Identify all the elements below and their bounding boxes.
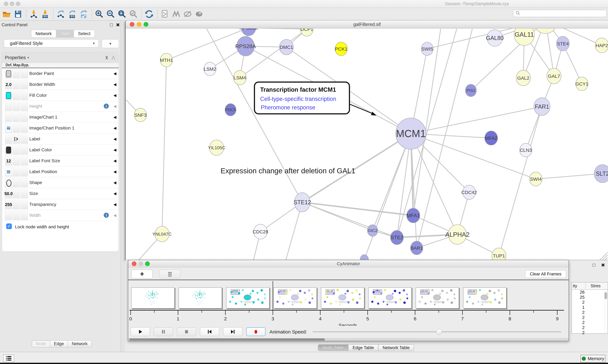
export-table-icon[interactable]: [68, 10, 77, 18]
default-value-cell[interactable]: [5, 178, 12, 187]
column-stress[interactable]: Stres: [591, 284, 601, 288]
close-window-icon[interactable]: [4, 1, 8, 6]
delete-frame-button[interactable]: [159, 270, 180, 278]
animation-speed-slider-handle[interactable]: [436, 329, 442, 335]
expand-property-icon[interactable]: ◀: [113, 137, 116, 141]
default-value-cell[interactable]: [5, 91, 12, 100]
tab-node[interactable]: Node: [32, 340, 50, 347]
expand-property-icon[interactable]: ◀: [113, 202, 116, 207]
zoom-fit-icon[interactable]: [118, 10, 126, 18]
network-edge[interactable]: [411, 134, 417, 248]
default-value-cell[interactable]: 12: [5, 156, 12, 166]
expand-property-icon[interactable]: ◀: [113, 159, 116, 163]
default-value-cell[interactable]: [5, 113, 12, 122]
bypass-value-cell[interactable]: [21, 167, 28, 176]
properties-header[interactable]: Properties ▾ ⊻ ⋀: [2, 52, 119, 63]
tab-network-bottom[interactable]: Network: [68, 340, 92, 347]
save-icon[interactable]: [14, 10, 23, 18]
expand-property-icon[interactable]: ◀: [113, 148, 116, 152]
tab-network[interactable]: Network: [31, 30, 56, 37]
expand-property-icon[interactable]: ◀: [113, 191, 116, 196]
show-details-icon[interactable]: [194, 10, 204, 18]
property-row-fill-color[interactable]: Fill Color◀: [2, 90, 119, 101]
tab-network-table[interactable]: Network Table: [378, 344, 414, 351]
table-row[interactable]: 2: [572, 325, 608, 330]
bypass-value-cell[interactable]: [21, 156, 28, 166]
play-button[interactable]: [131, 327, 150, 336]
expand-property-icon[interactable]: ◀: [113, 71, 116, 76]
maximize-window-icon[interactable]: [16, 1, 20, 6]
collapse-all-icon[interactable]: ⋀: [112, 55, 115, 60]
default-value-cell[interactable]: 2.0: [5, 80, 12, 89]
table-row[interactable]: 2: [572, 320, 608, 325]
clone-network-icon[interactable]: [160, 10, 169, 18]
network-edge[interactable]: [536, 174, 602, 179]
table-row[interactable]: 26: [572, 290, 608, 295]
tab-node-table[interactable]: Node Table: [318, 344, 348, 351]
table-row[interactable]: 2: [572, 300, 608, 305]
bypass-value-cell[interactable]: [21, 135, 28, 144]
tab-edge-table[interactable]: Edge Table: [348, 344, 378, 351]
mapping-value-cell[interactable]: [13, 69, 20, 78]
style-options-button[interactable]: ▾: [102, 39, 119, 48]
expand-property-icon[interactable]: ◀: [113, 104, 116, 108]
default-value-cell[interactable]: [5, 145, 12, 155]
property-row-image-chart-position-1[interactable]: Image/Chart Position 1◀: [2, 123, 119, 134]
show-panels-button[interactable]: [3, 354, 14, 362]
property-row-label-font-size[interactable]: 12Label Font Size◀: [2, 156, 119, 166]
float-panel-icon[interactable]: □: [110, 22, 113, 27]
default-value-cell[interactable]: 50.0: [5, 189, 12, 198]
open-folder-icon[interactable]: [2, 10, 11, 18]
network-edge[interactable]: [364, 134, 411, 259]
property-row-transparency[interactable]: 255Transparency◀: [2, 199, 119, 210]
cyanimator-scrollbar-thumb[interactable]: [129, 338, 325, 341]
hide-details-icon[interactable]: [183, 10, 192, 18]
mapping-value-cell[interactable]: [13, 135, 20, 144]
default-value-cell[interactable]: [5, 135, 12, 144]
table-row[interactable]: 25: [572, 295, 608, 300]
mapping-value-cell[interactable]: [13, 145, 20, 155]
mapping-value-cell[interactable]: [13, 167, 20, 176]
tab-style[interactable]: Style: [56, 30, 74, 37]
refresh-icon[interactable]: [145, 10, 153, 18]
network-canvas[interactable]: RPS28BDCP1RPS28ADMC1PCK1SWI5GAL80GAL11ST…: [125, 28, 608, 261]
tab-edge[interactable]: Edge: [50, 340, 68, 347]
table-scrollbar-thumb[interactable]: [605, 292, 607, 299]
property-row-width[interactable]: Widthi◀: [2, 210, 119, 221]
export-image-icon[interactable]: [79, 10, 88, 18]
add-frame-button[interactable]: +: [131, 270, 153, 278]
default-value-cell[interactable]: [5, 102, 12, 111]
import-network-icon[interactable]: [29, 10, 38, 18]
table-row[interactable]: 2: [572, 310, 608, 315]
expand-property-icon[interactable]: ◀: [113, 126, 116, 130]
cyanimator-scrollbar[interactable]: [128, 338, 568, 341]
mapping-value-cell[interactable]: [13, 91, 20, 100]
mapping-value-cell[interactable]: [13, 211, 20, 220]
property-row-border-paint[interactable]: Border Paint◀: [2, 68, 119, 79]
minimize-window-icon[interactable]: [10, 1, 14, 6]
close-panel-icon[interactable]: ✖: [116, 22, 120, 28]
network-edge[interactable]: [162, 60, 166, 234]
property-row-image-chart-1[interactable]: Image/Chart 1◀: [2, 112, 119, 123]
style-selector[interactable]: galFiltered Style ▾: [4, 39, 99, 47]
memory-button[interactable]: Memory: [580, 355, 606, 363]
property-row-shape[interactable]: Shape◀: [2, 177, 119, 188]
record-button[interactable]: [246, 327, 265, 336]
find-network-icon[interactable]: [172, 10, 181, 18]
expand-property-icon[interactable]: ◀: [113, 213, 116, 218]
default-value-cell[interactable]: [5, 69, 12, 78]
expand-property-icon[interactable]: ◀: [113, 93, 116, 98]
table-scrollbar[interactable]: [604, 290, 608, 333]
property-row-label-color[interactable]: Label Color◀: [2, 144, 119, 156]
default-value-cell[interactable]: [5, 211, 12, 220]
default-value-cell[interactable]: 255: [5, 200, 12, 209]
bypass-value-cell[interactable]: [21, 189, 28, 198]
mapping-value-cell[interactable]: [13, 178, 20, 187]
expand-property-icon[interactable]: ◀: [113, 181, 116, 185]
mapping-value-cell[interactable]: [13, 102, 20, 111]
default-value-cell[interactable]: [5, 167, 12, 176]
timeline-ruler[interactable]: 0123456789Seconds: [128, 281, 568, 326]
tab-select[interactable]: Select: [74, 30, 95, 37]
property-row-border-width[interactable]: 2.0Border Width◀: [2, 79, 119, 90]
column-centrality[interactable]: ity: [573, 284, 577, 288]
